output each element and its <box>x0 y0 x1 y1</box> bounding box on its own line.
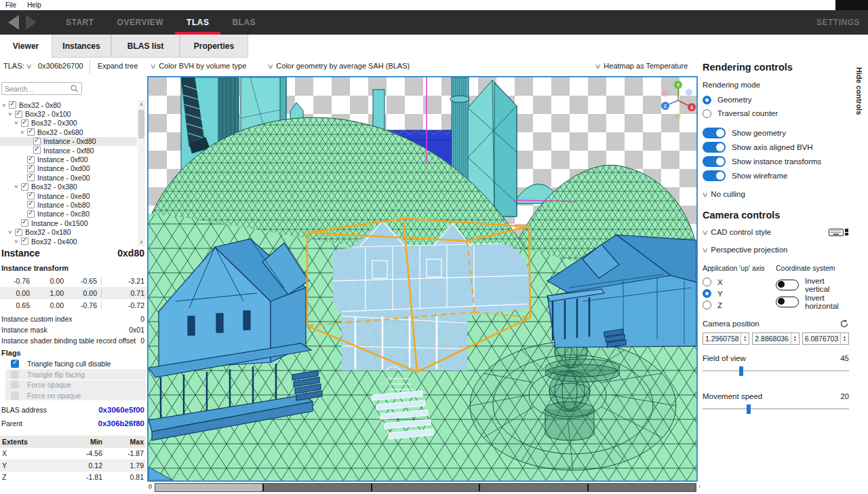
nav-tab-overview[interactable]: OVERVIEW <box>106 10 175 35</box>
refresh-icon[interactable] <box>840 319 849 328</box>
subtab-blas-list[interactable]: BLAS list <box>111 35 180 58</box>
toggle-invert-horizontal[interactable]: Invert horizontal <box>776 293 849 310</box>
tree-checkbox[interactable]: ✓ <box>27 156 35 164</box>
tree-node[interactable]: ∨✓Instance - 0xf00 <box>0 155 137 164</box>
subtab-instances[interactable]: Instances <box>52 35 111 58</box>
viewport-3d-scene[interactable]: Y X Z <box>149 77 696 480</box>
tree-checkbox[interactable]: ✓ <box>33 147 41 154</box>
back-arrow-icon[interactable] <box>8 15 19 30</box>
tree-checkbox[interactable]: ✓ <box>21 238 28 245</box>
toggle-show-wireframe[interactable]: Show wireframe <box>703 168 849 183</box>
toggle-invert-vertical[interactable]: Invert vertical <box>776 276 849 293</box>
toggle-icon[interactable] <box>703 156 726 167</box>
radio-icon[interactable] <box>703 96 711 104</box>
toggle-show-geometry[interactable]: Show geometry <box>703 126 849 140</box>
tree-node[interactable]: ∨✓Instance - 0xb80 <box>0 200 137 209</box>
tree-node[interactable]: ∨✓Box32 - 0x100 <box>0 109 137 118</box>
toggle-icon[interactable] <box>703 142 726 153</box>
tree-checkbox[interactable]: ✓ <box>27 174 35 181</box>
tree-node[interactable]: ∨✓Instance - 0xe00 <box>0 173 137 182</box>
tree-checkbox[interactable]: ✓ <box>27 192 35 200</box>
fov-slider-handle[interactable] <box>739 366 743 376</box>
radio-icon[interactable] <box>703 301 711 309</box>
toggle-icon[interactable] <box>703 128 726 138</box>
camera-position-spinbox[interactable]: 6.0876703▲▼ <box>802 332 849 345</box>
radio-up-axis-z[interactable]: Z <box>703 299 776 311</box>
address-link[interactable]: 0x3060e5f00 <box>98 406 144 414</box>
traversal-segment[interactable] <box>589 484 696 491</box>
radio-up-axis-x[interactable]: X <box>703 276 776 288</box>
tree-node[interactable]: ∨✓Box32 - 0x80 <box>0 100 137 109</box>
tree-node[interactable]: ∨✓Instance - 0x1500 <box>0 218 137 227</box>
traversal-segment[interactable] <box>264 484 372 491</box>
tree-checkbox[interactable]: ✓ <box>27 128 35 136</box>
projection-dropdown[interactable]: ∨ Perspective projection <box>703 242 849 257</box>
tree-checkbox[interactable]: ✓ <box>27 210 35 218</box>
toggle-icon[interactable] <box>703 170 726 181</box>
camera-position-spinbox[interactable]: 1.2960758▲▼ <box>703 332 749 345</box>
expand-tree-button[interactable]: Expand tree <box>98 62 138 70</box>
fov-slider[interactable] <box>703 366 849 376</box>
tlas-address-dropdown[interactable]: 0x306b26700 <box>38 62 83 70</box>
tree-checkbox[interactable]: ✓ <box>15 229 22 236</box>
tree-checkbox[interactable]: ✓ <box>27 201 35 208</box>
radio-icon[interactable] <box>703 278 711 286</box>
subtab-properties[interactable]: Properties <box>180 35 248 58</box>
nav-tab-start[interactable]: START <box>54 10 106 35</box>
tree-checkbox[interactable]: ✓ <box>21 119 28 127</box>
tree-node[interactable]: ∨✓Box32 - 0x380 <box>0 183 137 191</box>
flag-row[interactable]: Triangle facing cull disable <box>5 359 146 369</box>
traversal-segment[interactable] <box>372 484 481 491</box>
speed-slider[interactable] <box>703 404 849 414</box>
color-bvh-dropdown[interactable]: ∨Color BVH by volume type <box>151 62 246 70</box>
chevron-down-icon[interactable]: ∨ <box>25 62 33 70</box>
viewport-3d[interactable]: Y X Z <box>147 76 698 482</box>
heatmap-dropdown[interactable]: ∨Heatmap as Temperature <box>595 62 688 70</box>
flag-checkbox[interactable] <box>11 360 19 368</box>
tree-node[interactable]: ∨✓Box32 - 0x180 <box>0 227 137 236</box>
radio-geometry[interactable]: Geometry <box>703 93 849 107</box>
search-input[interactable]: Search... <box>1 82 82 95</box>
tree-node[interactable]: ∨✓Box32 - 0x400 <box>0 237 137 246</box>
toggle-icon[interactable] <box>776 297 799 307</box>
radio-icon[interactable] <box>703 289 711 298</box>
settings-button[interactable]: SETTINGS <box>808 10 868 35</box>
menu-help[interactable]: Help <box>22 1 47 9</box>
tree-checkbox[interactable]: ✓ <box>21 183 28 191</box>
tree-checkbox[interactable]: ✓ <box>15 111 22 118</box>
tree-node[interactable]: ∨✓Instance - 0xe80 <box>0 191 137 200</box>
control-style-dropdown[interactable]: ∨ CAD control style <box>703 225 849 240</box>
radio-traversal-counter[interactable]: Traversal counter <box>703 107 849 120</box>
forward-arrow-icon[interactable] <box>26 15 37 30</box>
culling-dropdown[interactable]: ∨ No culling <box>703 187 849 202</box>
speed-slider-handle[interactable] <box>747 404 751 414</box>
spinner-arrows-icon[interactable]: ▲▼ <box>840 333 848 344</box>
nav-tab-blas[interactable]: BLAS <box>220 10 267 35</box>
tree-scrollbar[interactable]: ∧ ∨ <box>138 100 145 246</box>
traversal-segment[interactable] <box>155 484 264 491</box>
tree-checkbox[interactable]: ✓ <box>9 101 16 109</box>
traversal-segment[interactable] <box>480 484 589 491</box>
tree-node[interactable]: ∨✓Box32 - 0x680 <box>0 128 137 136</box>
toggle-icon[interactable] <box>776 280 799 290</box>
nav-tab-tlas[interactable]: TLAS <box>175 10 220 35</box>
scrollbar-thumb[interactable] <box>138 110 144 138</box>
radio-icon[interactable] <box>703 109 711 118</box>
tree-node[interactable]: ∨✓Instance - 0xd00 <box>0 164 137 173</box>
spinner-arrows-icon[interactable]: ▲▼ <box>791 333 799 344</box>
toggle-show-axis-aligned-bvh[interactable]: Show axis aligned BVH <box>703 140 849 154</box>
scroll-up-icon[interactable]: ∧ <box>138 100 145 109</box>
address-link[interactable]: 0x306b26f80 <box>98 419 144 428</box>
traversal-slider[interactable] <box>155 483 696 492</box>
tree-node[interactable]: ∨✓Instance - 0xf80 <box>0 146 137 155</box>
tree-node[interactable]: ∨✓Instance - 0xd80 <box>0 137 137 146</box>
radio-up-axis-y[interactable]: Y <box>703 288 776 299</box>
tree-checkbox[interactable]: ✓ <box>27 165 35 172</box>
menu-file[interactable]: File <box>0 1 22 9</box>
scroll-down-icon[interactable]: ∨ <box>138 238 145 246</box>
tree-checkbox[interactable]: ✓ <box>21 219 28 227</box>
color-geometry-dropdown[interactable]: ∨Color geometry by average SAH (BLAS) <box>268 62 410 70</box>
toggle-show-instance-transforms[interactable]: Show instance transforms <box>703 154 849 168</box>
subtab-viewer[interactable]: Viewer <box>0 35 52 58</box>
hide-controls-button[interactable]: Hide controls <box>855 67 863 115</box>
